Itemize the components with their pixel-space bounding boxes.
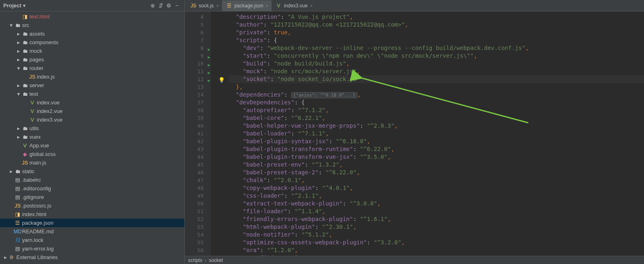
line-number[interactable]: 57 [185, 254, 211, 256]
scroll-icon[interactable]: ⇵ [157, 2, 165, 10]
line-number[interactable]: 44 [185, 153, 211, 161]
code-line[interactable]: "babel-loader": "^7.1.1", [229, 130, 644, 138]
code-line[interactable]: "dependencies": {"axios": "^0.18.0"...}, [229, 91, 644, 99]
code-line[interactable]: "copy-webpack-plugin": "^4.0.1", [229, 184, 644, 192]
code-line[interactable]: "ora": "^1.2.0", [229, 246, 644, 254]
tree-node[interactable]: ☰package.json [0, 219, 184, 227]
chevron-down-icon[interactable]: ▾ [23, 2, 26, 9]
tree-node[interactable]: Vindex.vue [0, 98, 184, 107]
hide-icon[interactable]: − [173, 2, 181, 10]
line-number[interactable]: 7 [185, 36, 211, 44]
close-icon[interactable]: × [310, 3, 312, 8]
code-line[interactable]: "description": "A Vue.js project", [229, 13, 644, 21]
code-line[interactable]: "start": "concurrently \"npm run dev\" \… [229, 52, 644, 60]
fold-region[interactable]: {"axios": "^0.18.0"...} [291, 92, 357, 98]
editor-tab[interactable]: Vindex3.vue× [272, 0, 316, 11]
line-number[interactable]: 46 [185, 169, 211, 176]
twisty-icon[interactable]: ▸ [16, 39, 21, 45]
code-line[interactable]: "html-webpack-plugin": "^2.30.1", [229, 223, 644, 231]
twisty-icon[interactable]: ▸ [16, 56, 21, 63]
code-line[interactable]: "build": "node build/build.js", [229, 60, 644, 68]
breadcrumb[interactable]: scripts › socket [185, 256, 644, 264]
twisty-icon[interactable]: ▾ [8, 22, 14, 28]
tree-node[interactable]: ▤.editorconfig [0, 184, 184, 193]
code-line[interactable]: "scripts": { [229, 36, 644, 44]
editor-tab[interactable]: JSsock.js× [186, 0, 222, 11]
tree-node[interactable]: ▾🖿src [0, 21, 184, 29]
tree-node[interactable]: ◆global.scss [0, 150, 184, 158]
line-number[interactable]: 37 [185, 99, 211, 106]
editor-tab[interactable]: ☰package.json× [222, 0, 272, 11]
twisty-icon[interactable]: ▾ [16, 91, 21, 97]
line-number[interactable]: 11▶ [185, 68, 211, 75]
code-line[interactable]: }, [229, 83, 644, 91]
line-number[interactable]: 45 [185, 161, 211, 169]
code-line[interactable]: "babel-core": "^6.22.1", [229, 114, 644, 122]
breadcrumb-item[interactable]: scripts [188, 257, 202, 263]
tree-node[interactable]: ▸🖿assets [0, 29, 184, 38]
twisty-icon[interactable]: ▸ [16, 134, 21, 140]
tree-node[interactable]: VApp.vue [0, 141, 184, 150]
twisty-icon[interactable]: ▸ [16, 31, 21, 37]
line-number[interactable]: 41 [185, 130, 211, 138]
line-number[interactable]: 39 [185, 114, 211, 122]
tree-node[interactable]: JS.postcssrc.js [0, 201, 184, 210]
line-number[interactable]: 53 [185, 223, 211, 231]
project-tree[interactable]: ◨text.html▾🖿src▸🖿assets▸🖿components▸🖿moc… [0, 11, 184, 264]
code-line[interactable]: "babel-plugin-transform-runtime": "^6.22… [229, 145, 644, 153]
line-number[interactable]: 12▶💡 [185, 75, 211, 83]
code-line[interactable]: "chalk": "^2.0.1", [229, 176, 644, 184]
code-line[interactable]: "devDependencies": { [229, 99, 644, 106]
line-number[interactable]: 43 [185, 145, 211, 153]
tree-node[interactable]: ▸🖿components [0, 38, 184, 47]
tree-node[interactable]: JSindex.js [0, 72, 184, 81]
line-number[interactable]: 47 [185, 176, 211, 184]
line-number[interactable]: 48 [185, 184, 211, 192]
close-icon[interactable]: × [266, 3, 268, 8]
code-line[interactable]: "mock": "node src/mock/server.js", [229, 68, 644, 75]
line-number[interactable]: 52 [185, 215, 211, 223]
code-line[interactable]: "css-loader": "^2.1.1", [229, 192, 644, 200]
line-number[interactable]: 55 [185, 239, 211, 246]
twisty-icon[interactable]: ▸ [8, 168, 14, 174]
tree-node[interactable]: JSmain.js [0, 158, 184, 167]
code-line[interactable]: "dev": "webpack-dev-server --inline --pr… [229, 44, 644, 52]
code-line[interactable]: "babel-preset-stage-2": "^6.22.0", [229, 169, 644, 176]
code-line[interactable]: "optimize-css-assets-webpack-plugin": "^… [229, 239, 644, 246]
line-number[interactable]: 14 [185, 91, 211, 99]
tree-node[interactable]: ▤.babelrc [0, 176, 184, 184]
tree-node[interactable]: ▸🖿vuex [0, 133, 184, 141]
tree-node[interactable]: ◨index.html [0, 210, 184, 219]
tree-node[interactable]: MDREADME.md [0, 227, 184, 236]
code-line[interactable]: "friendly-errors-webpack-plugin": "^1.6.… [229, 215, 644, 223]
tree-node[interactable]: ▸🖿mock [0, 47, 184, 55]
line-number[interactable]: 5 [185, 21, 211, 29]
twisty-icon[interactable]: ▸ [16, 48, 21, 54]
tree-node[interactable]: ⛓yarn.lock [0, 236, 184, 244]
twisty-icon[interactable]: ▸ [16, 82, 21, 88]
line-number[interactable]: 13 [185, 83, 211, 91]
tree-node[interactable]: ▸⊪External Libraries [0, 253, 184, 262]
code-line[interactable]: "file-loader": "^1.1.4", [229, 208, 644, 215]
tree-node[interactable]: ▤yarn-error.log [0, 244, 184, 253]
code-line[interactable]: "babel-plugin-syntax-jsx": "^6.18.0", [229, 138, 644, 145]
twisty-icon[interactable]: ▾ [16, 65, 21, 71]
line-number[interactable]: 10▶ [185, 60, 211, 68]
code-line[interactable]: "node-notifier": "^5.1.2", [229, 231, 644, 239]
tree-node[interactable]: ▸🖿pages [0, 55, 184, 64]
gear-icon[interactable]: ⚙ [165, 2, 173, 10]
line-number[interactable]: 9▶ [185, 52, 211, 60]
code-line[interactable]: "socket": "node socket_io/sock.js" [229, 75, 644, 83]
code-line[interactable]: "portfinder": "^1.0.13", [229, 254, 644, 256]
code-line[interactable]: "author": "1217215022@qq.com <1217215022… [229, 21, 644, 29]
line-number[interactable]: 49 [185, 192, 211, 200]
code-area[interactable]: "description": "A Vue.js project", "auth… [211, 11, 644, 256]
tree-node[interactable]: ▾🖿router [0, 64, 184, 72]
tree-node[interactable]: ◨text.html [0, 12, 184, 21]
line-number[interactable]: 54 [185, 231, 211, 239]
tree-node[interactable]: ◇Scratches and Consoles [0, 262, 184, 264]
tree-node[interactable]: Vindex2.vue [0, 107, 184, 115]
breadcrumb-item[interactable]: socket [209, 257, 223, 263]
twisty-icon[interactable]: ▸ [16, 125, 21, 131]
line-number[interactable]: 51 [185, 208, 211, 215]
